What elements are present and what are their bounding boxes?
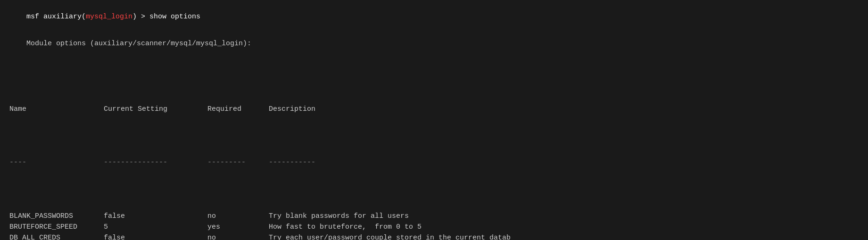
prompt-line: msf auxiliary(mysql_login) > show option… (9, 5, 859, 29)
header-description: Description (269, 104, 315, 115)
terminal-container: msf auxiliary(mysql_login) > show option… (0, 0, 868, 240)
table-row: DB_ALL_CREDSfalsenoTry each user/passwor… (9, 232, 859, 240)
header-setting: Current Setting (104, 104, 207, 115)
cell-name: BLANK_PASSWORDS (9, 211, 104, 222)
header-required: Required (207, 104, 269, 115)
dash-description: ----------- (269, 157, 315, 168)
cell-required: no (207, 232, 269, 240)
header-name: Name (9, 104, 104, 115)
module-options-text: Module options (auxiliary/scanner/mysql/… (26, 40, 251, 48)
cell-description: How fast to bruteforce, from 0 to 5 (269, 222, 422, 232)
module-options-line: Module options (auxiliary/scanner/mysql/… (9, 32, 859, 56)
module-name: mysql_login (86, 13, 132, 21)
cell-name: DB_ALL_CREDS (9, 232, 104, 240)
cell-required: no (207, 211, 269, 222)
table-row: BLANK_PASSWORDSfalsenoTry blank password… (9, 211, 859, 222)
cell-description: Try each user/password couple stored in … (269, 232, 511, 240)
table-row: BRUTEFORCE_SPEED5yesHow fast to brutefor… (9, 222, 859, 232)
cell-setting: false (104, 232, 207, 240)
cell-required: yes (207, 222, 269, 232)
table-rows-container: BLANK_PASSWORDSfalsenoTry blank password… (9, 211, 859, 240)
cell-description: Try blank passwords for all users (269, 211, 409, 222)
prompt-prefix: msf auxiliary( (26, 13, 86, 21)
prompt-suffix: ) > show options (132, 13, 200, 21)
cell-setting: 5 (104, 222, 207, 232)
table-dashes-row: --------------------------------------- (9, 157, 859, 168)
cell-setting: false (104, 211, 207, 222)
options-table: NameCurrent SettingRequiredDescription -… (9, 61, 859, 240)
table-header-row: NameCurrent SettingRequiredDescription (9, 104, 859, 115)
dash-required: --------- (207, 157, 269, 168)
cell-name: BRUTEFORCE_SPEED (9, 222, 104, 232)
dash-setting: --------------- (104, 157, 207, 168)
dash-name: ---- (9, 157, 104, 168)
